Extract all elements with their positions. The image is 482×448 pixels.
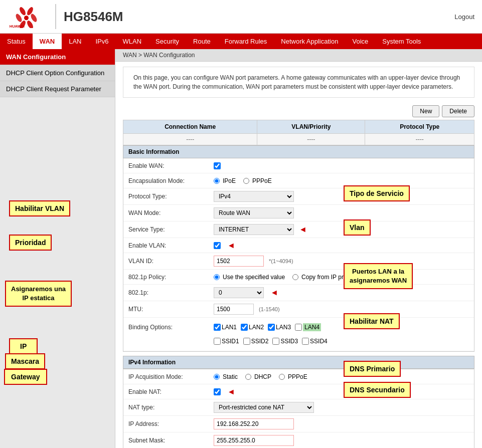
new-button[interactable]: New [412, 105, 439, 117]
nav-security[interactable]: Security [148, 34, 186, 49]
nav-wan[interactable]: WAN [33, 34, 62, 49]
col-protocol-type: Protocol Type [365, 120, 474, 134]
nat-type-label: NAT type: [128, 404, 214, 411]
svg-point-5 [15, 13, 23, 23]
form-row-8021p-policy: 802.1p Policy: Use the specified value C… [123, 270, 474, 285]
annotation-habilitar-nat: Habilitar NAT [344, 313, 400, 329]
enable-wan-label: Enable WAN: [128, 162, 214, 169]
sidebar-item-wan-config[interactable]: WAN Configuration [0, 49, 115, 65]
wan-mode-label: WAN Mode: [128, 209, 214, 216]
service-type-label: Service Type: [128, 226, 214, 233]
enable-nat-checkbox[interactable] [214, 388, 221, 395]
svg-text:HUAWEI: HUAWEI [10, 24, 25, 28]
form-row-enable-nat: Enable NAT: ◄ [123, 384, 474, 399]
table-placeholder-1: ---- [123, 134, 257, 145]
8021p-select[interactable]: 0123 4567 [214, 287, 264, 298]
protocol-type-select[interactable]: IPv4 IPv6 IPv4/IPv6 [214, 191, 294, 202]
form-row-ip-acquisition: IP Acquisition Mode: Static DHCP PPPoE [123, 369, 474, 384]
enable-vlan-label: Enable VLAN: [128, 242, 214, 249]
info-box: On this page, you can configure WAN port… [123, 67, 474, 98]
form-row-encapsulation: Encapsulation Mode: IPoE PPPoE [123, 173, 474, 188]
service-type-select[interactable]: INTERNET TR069 VOIP OTHER [214, 224, 294, 235]
protocol-type-label: Protocol Type: [128, 193, 214, 200]
vlan-id-hint: *(1~4094) [269, 258, 293, 264]
nav-ipv6[interactable]: IPv6 [89, 34, 116, 49]
enable-wan-checkbox[interactable] [214, 162, 221, 169]
ipmode-static-radio[interactable] [214, 374, 220, 380]
basic-info-title: Basic Information [123, 145, 474, 158]
wan-config-table: Connection Name VLAN/Priority Protocol T… [123, 120, 474, 145]
form-row-binding: Binding Options: LAN1 LAN2 LAN3 LAN4 SSI… [123, 318, 474, 351]
nav-route[interactable]: Route [186, 34, 218, 49]
nav-lan[interactable]: LAN [62, 34, 88, 49]
binding-lan1[interactable] [214, 324, 221, 331]
annotation-dns-primario: DNS Primario [344, 361, 401, 377]
encapsulation-label: Encapsulation Mode: [128, 177, 214, 184]
annotation-puertos-lan: Puertos LAN a laasignaremos WAN [344, 263, 413, 289]
nav-system-tools[interactable]: System Tools [375, 34, 428, 49]
form-row-mtu: MTU: (1-1540) [123, 301, 474, 318]
sidebar-item-dhcp-option[interactable]: DHCP Client Option Configuration [0, 65, 115, 81]
encap-pppoe-radio[interactable] [243, 178, 249, 184]
mtu-hint: (1-1540) [259, 306, 280, 312]
wan-mode-select[interactable]: Route WAN Bridge WAN [214, 207, 294, 218]
annotation-prioridad: Prioridad [9, 235, 52, 251]
encap-ipoe-radio[interactable] [214, 178, 220, 184]
annotation-tipo-servicio: Tipo de Servicio [344, 185, 410, 201]
form-row-subnet-mask: Subnet Mask: [123, 432, 474, 448]
mtu-input[interactable] [214, 304, 254, 315]
device-name: HG8546M [64, 9, 123, 25]
annotation-dns-secundario: DNS Secundario [344, 382, 411, 398]
nav-forward-rules[interactable]: Forward Rules [218, 34, 274, 49]
policy-copy-radio[interactable] [292, 274, 298, 280]
ip-address-label: IP Address: [128, 420, 214, 427]
huawei-logo: HUAWEI [8, 6, 38, 28]
annotation-vlan: Vlan [344, 219, 371, 236]
delete-button[interactable]: Delete [442, 105, 474, 117]
enable-vlan-checkbox[interactable] [214, 242, 221, 249]
8021p-policy-label: 802.1p Policy: [128, 274, 214, 281]
binding-ssid4[interactable] [302, 338, 309, 345]
ip-address-input[interactable] [214, 418, 294, 429]
nav-network-application[interactable]: Network Application [274, 34, 345, 49]
form-row-enable-wan: Enable WAN: [123, 158, 474, 173]
ipmode-pppoe-radio[interactable] [279, 374, 285, 380]
vlan-id-input[interactable] [214, 256, 264, 267]
annotation-habilitar-vlan: Habilitar VLAN [9, 200, 70, 216]
nat-type-select[interactable]: Port-restricted cone NAT Full cone NAT A… [214, 402, 314, 413]
ipmode-dhcp-radio[interactable] [245, 374, 251, 380]
logout-button[interactable]: Logout [454, 13, 474, 21]
vlan-id-label: VLAN ID: [128, 258, 214, 265]
nav-wlan[interactable]: WLAN [116, 34, 149, 49]
binding-lan3[interactable] [268, 324, 275, 331]
annotation-mascara: Mascara [5, 353, 45, 369]
svg-point-6 [24, 16, 29, 20]
form-row-protocol-type: Protocol Type: IPv4 IPv6 IPv4/IPv6 [123, 188, 474, 205]
annotation-asignar-ip: Asignaremos unaIP estatica [5, 281, 72, 307]
binding-lan-row: LAN1 LAN2 LAN3 LAN4 [214, 323, 321, 331]
binding-lan4[interactable] [295, 324, 302, 331]
binding-ssid-row: SSID1 SSID2 SSID3 SSID4 [214, 338, 328, 345]
subnet-mask-input[interactable] [214, 435, 294, 446]
form-row-vlan-id: VLAN ID: *(1~4094) [123, 253, 474, 270]
col-connection-name: Connection Name [123, 120, 257, 134]
subnet-mask-label: Subnet Mask: [128, 437, 214, 444]
annotation-ip: IP [9, 338, 38, 354]
nav-voice[interactable]: Voice [345, 34, 375, 49]
policy-specified-radio[interactable] [214, 274, 220, 280]
binding-ssid2[interactable] [243, 338, 250, 345]
breadcrumb: WAN > WAN Configuration [115, 49, 482, 62]
binding-ssid3[interactable] [272, 338, 279, 345]
svg-point-0 [19, 6, 27, 16]
form-row-nat-type: NAT type: Port-restricted cone NAT Full … [123, 399, 474, 416]
binding-label: Binding Options: [128, 324, 214, 331]
table-placeholder-2: ---- [257, 134, 365, 145]
sidebar-item-dhcp-request[interactable]: DHCP Client Request Parameter [0, 81, 115, 97]
svg-point-2 [30, 13, 38, 23]
binding-lan2[interactable] [241, 324, 248, 331]
content-area: WAN > WAN Configuration On this page, yo… [115, 49, 482, 448]
form-row-ip-address: IP Address: [123, 416, 474, 432]
annotation-gateway: Gateway [4, 369, 47, 385]
nav-status[interactable]: Status [0, 34, 33, 49]
binding-ssid1[interactable] [214, 338, 221, 345]
